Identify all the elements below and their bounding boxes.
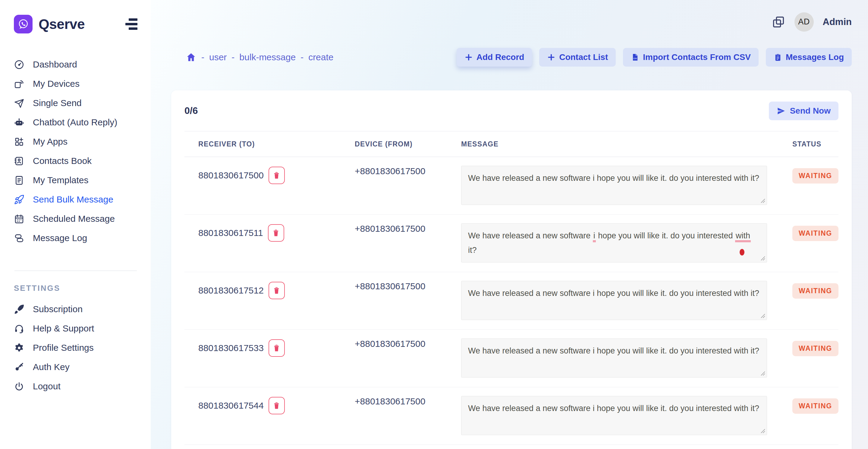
sidebar-item-my-apps[interactable]: My Apps xyxy=(14,132,137,151)
avatar[interactable]: AD xyxy=(795,12,814,32)
message-textarea[interactable]: We have released a new software i hope y… xyxy=(461,396,767,435)
send-now-label: Send Now xyxy=(790,106,831,116)
sidebar-item-label: Send Bulk Message xyxy=(33,194,113,204)
paper-plane-icon xyxy=(14,98,24,108)
sidebar: Qserve Dashboard My Devices xyxy=(0,0,151,449)
trash-icon xyxy=(273,171,281,180)
sidebar-item-scheduled-message[interactable]: Scheduled Message xyxy=(14,209,137,228)
receiver-number: 8801830617512 xyxy=(198,285,264,296)
copy-icon[interactable] xyxy=(772,15,785,29)
table-row-partial xyxy=(184,445,838,449)
receiver-number: 8801830617511 xyxy=(198,228,263,238)
rocket-icon xyxy=(14,194,24,205)
messages-log-label: Messages Log xyxy=(786,53,844,62)
brand-logo[interactable] xyxy=(14,15,33,33)
progress-counter: 0/6 xyxy=(184,105,198,116)
add-record-label: Add Record xyxy=(476,53,524,62)
message-text: hope you will like it. do you interested xyxy=(598,231,733,240)
resize-handle-icon[interactable] xyxy=(761,199,765,203)
breadcrumb-user[interactable]: user xyxy=(209,52,227,62)
message-textarea[interactable]: We have released a new software i hope y… xyxy=(461,339,767,378)
device-number: +8801830617500 xyxy=(355,281,425,291)
spellcheck-underline: i xyxy=(593,231,596,242)
contacts-book-icon xyxy=(14,156,24,166)
device-signal-icon xyxy=(14,78,24,89)
table-row: 8801830617511 +8801830617500 We have rel… xyxy=(184,215,838,272)
status-badge: WAITING xyxy=(792,168,838,184)
sidebar-item-help-support[interactable]: Help & Support xyxy=(14,319,137,338)
topbar: AD Admin xyxy=(171,0,852,44)
sidebar-item-send-bulk-message[interactable]: Send Bulk Message xyxy=(14,190,137,209)
trash-icon xyxy=(273,287,281,295)
sidebar-item-label: Single Send xyxy=(33,98,82,108)
card-header: 0/6 Send Now xyxy=(184,90,838,131)
trash-icon xyxy=(273,402,281,410)
delete-row-button[interactable] xyxy=(269,339,285,357)
breadcrumb-create[interactable]: create xyxy=(308,52,333,62)
gear-icon xyxy=(14,343,24,353)
col-header-device: DEVICE (FROM) xyxy=(340,140,446,148)
plus-icon xyxy=(547,53,555,62)
sidebar-item-chatbot[interactable]: Chatbot (Auto Reply) xyxy=(14,113,137,132)
sidebar-item-label: My Templates xyxy=(33,175,89,185)
send-now-button[interactable]: Send Now xyxy=(769,101,838,120)
message-text: We have released a new software i hope y… xyxy=(468,289,759,298)
clipboard-icon xyxy=(774,53,782,62)
resize-handle-icon[interactable] xyxy=(761,371,765,376)
user-name: Admin xyxy=(823,17,852,27)
delete-row-button[interactable] xyxy=(269,282,285,299)
message-textarea[interactable]: We have released a new software i hope y… xyxy=(461,223,767,262)
sidebar-item-label: My Apps xyxy=(33,136,67,147)
sidebar-item-logout[interactable]: Logout xyxy=(14,377,137,396)
headset-icon xyxy=(14,323,24,334)
message-text: We have released a new software i hope y… xyxy=(468,346,759,355)
sidebar-item-my-devices[interactable]: My Devices xyxy=(14,74,137,93)
col-header-status: STATUS xyxy=(766,140,838,148)
breadcrumb-bulk-message[interactable]: bulk-message xyxy=(239,52,296,62)
sidebar-item-label: Chatbot (Auto Reply) xyxy=(33,117,117,127)
home-icon[interactable] xyxy=(186,52,196,63)
page-head: - user - bulk-message - create Add Recor… xyxy=(171,47,852,68)
contact-list-button[interactable]: Contact List xyxy=(539,48,616,67)
message-textarea[interactable]: We have released a new software i hope y… xyxy=(461,281,767,320)
col-header-receiver: RECEIVER (TO) xyxy=(184,140,340,148)
message-textarea[interactable]: We have released a new software i hope y… xyxy=(461,166,767,205)
device-number: +8801830617500 xyxy=(355,339,425,349)
resize-handle-icon[interactable] xyxy=(761,256,765,261)
sidebar-item-my-templates[interactable]: My Templates xyxy=(14,170,137,190)
action-bar: Add Record Contact List CSV Import Conta… xyxy=(457,48,852,67)
import-csv-button[interactable]: CSV Import Contacts From CSV xyxy=(623,48,758,67)
breadcrumb: - user - bulk-message - create xyxy=(186,52,334,63)
add-record-button[interactable]: Add Record xyxy=(457,48,532,67)
delete-row-button[interactable] xyxy=(269,167,285,184)
import-csv-label: Import Contacts From CSV xyxy=(643,53,751,62)
delete-row-button[interactable] xyxy=(269,397,285,414)
delete-row-button[interactable] xyxy=(268,224,284,242)
robot-icon xyxy=(14,117,24,128)
sidebar-item-single-send[interactable]: Single Send xyxy=(14,93,137,113)
sidebar-item-message-log[interactable]: Message Log xyxy=(14,228,137,248)
status-badge: WAITING xyxy=(792,398,838,414)
receiver-number: 8801830617500 xyxy=(198,170,264,181)
messages-log-button[interactable]: Messages Log xyxy=(766,48,852,67)
message-log-icon xyxy=(14,233,24,244)
sidebar-menu: Dashboard My Devices Single Send xyxy=(14,55,137,248)
sidebar-item-auth-key[interactable]: Auth Key xyxy=(14,357,137,377)
avatar-initials: AD xyxy=(798,17,810,27)
sidebar-item-label: My Devices xyxy=(33,78,80,89)
sidebar-item-subscription[interactable]: Subscription xyxy=(14,299,137,319)
message-text: We have released a new software i hope y… xyxy=(468,173,759,183)
status-badge: WAITING xyxy=(792,283,838,299)
table-row: 8801830617533 +8801830617500 We have rel… xyxy=(184,330,838,387)
receiver-number: 8801830617533 xyxy=(198,343,264,353)
resize-handle-icon[interactable] xyxy=(761,314,765,318)
resize-handle-icon[interactable] xyxy=(761,429,765,433)
sidebar-toggle-button[interactable] xyxy=(125,19,137,30)
sidebar-item-dashboard[interactable]: Dashboard xyxy=(14,55,137,74)
sidebar-item-contacts-book[interactable]: Contacts Book xyxy=(14,151,137,170)
grammar-dot-indicator[interactable] xyxy=(740,249,744,256)
sidebar-divider xyxy=(14,270,137,271)
sidebar-item-profile-settings[interactable]: Profile Settings xyxy=(14,338,137,357)
receiver-number: 8801830617544 xyxy=(198,400,264,411)
apps-grid-icon xyxy=(14,136,24,147)
